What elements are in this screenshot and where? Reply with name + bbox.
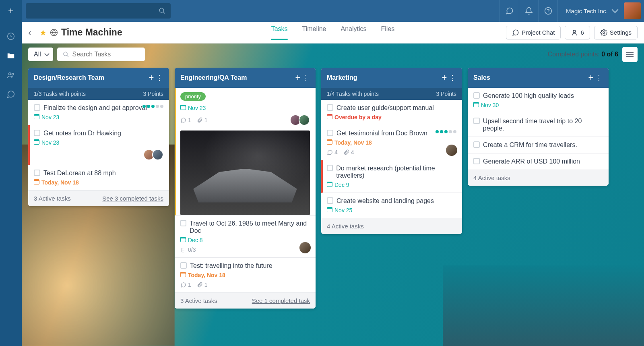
calendar-icon [34, 179, 39, 186]
column-menu-button[interactable]: ⋮ [302, 73, 310, 82]
attachments-count: 4 [343, 149, 354, 155]
board-toolbar: All Completed points: 0 of 6 [22, 44, 644, 65]
task-card[interactable]: priority Nov 23 1 1 [175, 88, 316, 215]
global-search[interactable] [26, 3, 171, 19]
task-checkbox[interactable] [473, 158, 480, 164]
column-title: Marketing [327, 74, 440, 81]
column-add-button[interactable]: + [587, 73, 595, 83]
settings-button[interactable]: Settings [594, 26, 638, 39]
column-add-button[interactable]: + [147, 73, 155, 83]
task-card[interactable]: Upsell second time travel trip to 20 peo… [468, 113, 609, 137]
task-card[interactable]: Do market research (potential time trave… [321, 160, 462, 193]
svg-point-0 [159, 8, 164, 12]
task-checkbox[interactable] [180, 220, 186, 226]
task-search-input[interactable] [72, 51, 139, 58]
task-checkbox[interactable] [327, 104, 333, 111]
task-avatars [292, 114, 310, 126]
column-menu-button[interactable]: ⋮ [448, 73, 456, 82]
rail-people-icon[interactable] [0, 65, 22, 85]
task-checkbox[interactable] [473, 141, 480, 148]
task-avatar [299, 242, 311, 253]
task-date: Nov 23 [34, 114, 163, 120]
task-avatar [446, 145, 457, 156]
back-button[interactable]: ‹ [28, 27, 39, 38]
svg-point-8 [603, 31, 605, 33]
task-card[interactable]: Generate 100 high quality leads Nov 30 [468, 88, 609, 113]
project-chat-button[interactable]: Project Chat [506, 26, 561, 39]
task-checkbox[interactable] [180, 262, 187, 269]
kanban-board: Design/Research Team + ⋮ 1/3 Tasks with … [28, 68, 638, 346]
search-icon [63, 51, 69, 58]
task-card[interactable]: Create website and landing pages Nov 25 [321, 193, 462, 218]
help-icon[interactable] [538, 0, 557, 22]
task-search[interactable] [57, 48, 145, 61]
tab-files[interactable]: Files [381, 25, 395, 40]
calendar-icon [180, 237, 186, 243]
completed-tasks-link[interactable]: See 3 completed tasks [102, 195, 163, 202]
people-count-button[interactable]: 6 [565, 26, 590, 39]
task-card[interactable]: Get testimonial from Doc Brown Today, No… [321, 125, 462, 160]
attachments-count: 1 [197, 117, 208, 123]
task-card[interactable]: Travel to Oct 26, 1985 to meet Marty and… [175, 215, 316, 258]
tab-tasks[interactable]: Tasks [271, 25, 288, 40]
messages-icon[interactable] [500, 0, 519, 22]
rail-chat-icon[interactable] [0, 85, 22, 104]
star-icon[interactable]: ★ [39, 28, 47, 37]
calendar-icon [34, 114, 39, 120]
svg-point-9 [64, 52, 67, 56]
rail-dashboard-icon[interactable] [0, 27, 22, 46]
task-checkbox[interactable] [473, 118, 480, 124]
task-checkbox[interactable] [473, 92, 480, 99]
column-menu-button[interactable]: ⋮ [595, 73, 603, 82]
tab-timeline[interactable]: Timeline [302, 25, 326, 40]
task-avatars [146, 149, 163, 160]
notifications-icon[interactable] [519, 0, 538, 22]
attachments-count: 1 [197, 282, 208, 288]
task-card[interactable]: Create user guide/support manual Overdue… [321, 100, 462, 125]
column-menu-button[interactable]: ⋮ [155, 73, 163, 82]
task-card[interactable]: Finalize the design and get approval Nov… [28, 100, 169, 125]
task-checkbox[interactable] [327, 130, 333, 136]
column-add-button[interactable]: + [294, 73, 302, 83]
task-card[interactable]: Generate ARR of USD 100 million [468, 153, 609, 170]
task-checkbox[interactable] [327, 197, 333, 204]
calendar-icon [327, 114, 332, 120]
calendar-icon [180, 272, 186, 278]
column-title: Design/Research Team [34, 74, 147, 81]
column-add-button[interactable]: + [440, 73, 448, 83]
column-sales: Sales + ⋮ Generate 100 high quality lead… [468, 68, 609, 186]
svg-point-5 [12, 73, 14, 75]
calendar-icon [327, 207, 332, 213]
board-menu-button[interactable] [622, 47, 638, 62]
column-marketing: Marketing + ⋮ 1/4 Tasks with points3 Poi… [321, 68, 462, 234]
task-checkbox[interactable] [34, 104, 40, 111]
task-checkbox[interactable] [327, 165, 333, 171]
progress-dots [436, 130, 456, 133]
filter-dropdown[interactable]: All [28, 48, 53, 61]
tab-analytics[interactable]: Analytics [341, 25, 366, 40]
svg-point-7 [573, 30, 576, 33]
task-checkbox[interactable] [34, 130, 40, 136]
calendar-icon [327, 182, 332, 188]
task-date: Nov 30 [473, 102, 603, 108]
task-date: Today, Nov 18 [180, 272, 310, 278]
svg-line-1 [163, 12, 165, 14]
column-engineering: Engineering/QA Team + ⋮ priority Nov 23 … [175, 68, 316, 309]
task-card[interactable]: Create a CRM for time travellers. [468, 137, 609, 153]
completed-tasks-link[interactable]: See 1 completed task [252, 297, 310, 304]
task-card[interactable]: Test DeLorean at 88 mph Today, Nov 18 [28, 165, 169, 191]
task-date: Today, Nov 18 [327, 139, 456, 146]
user-avatar[interactable] [624, 2, 641, 19]
comments-count: 1 [180, 282, 191, 288]
rail-projects-icon[interactable] [0, 46, 22, 65]
svg-line-10 [67, 55, 68, 57]
org-switcher[interactable]: Magic Tech Inc. [557, 0, 624, 22]
task-image [180, 131, 310, 215]
globe-icon [50, 29, 58, 37]
left-rail [0, 22, 22, 346]
priority-tag: priority [180, 92, 206, 101]
task-checkbox[interactable] [34, 170, 40, 176]
task-card[interactable]: Get notes from Dr Hawking Nov 23 [28, 125, 169, 165]
task-card[interactable]: Test: travelling into the future Today, … [175, 258, 316, 293]
global-add-button[interactable]: + [0, 0, 22, 22]
